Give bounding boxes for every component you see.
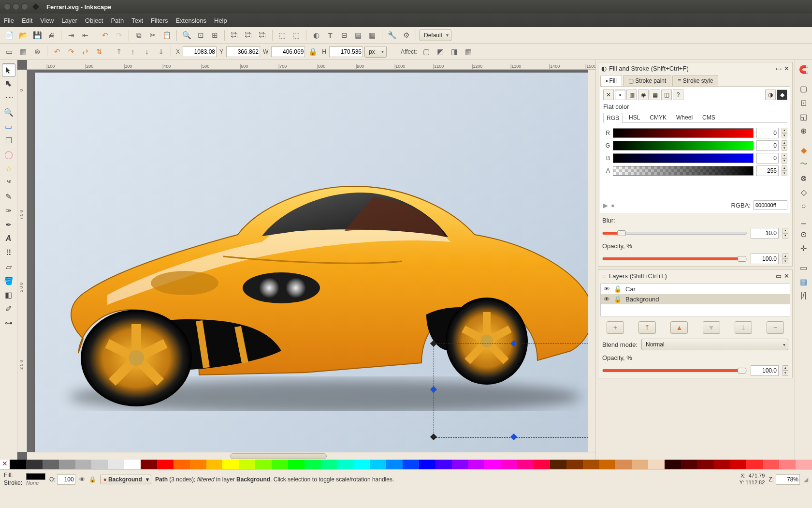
3dbox-tool[interactable]: ❒ (2, 134, 15, 147)
g-slider[interactable] (613, 141, 754, 150)
select-all-icon[interactable]: ▭ (3, 45, 15, 58)
dropper-tool[interactable]: ✐ (2, 302, 15, 315)
tab-fill[interactable]: ▪ Fill (600, 75, 622, 86)
color-palette[interactable]: ✕ (0, 460, 812, 469)
swatch[interactable] (337, 460, 354, 469)
layer-visible-icon[interactable]: 👁 (604, 285, 610, 293)
new-doc-icon[interactable]: 📄 (3, 29, 15, 42)
swatch[interactable] (190, 460, 206, 469)
snap-bbox-icon[interactable]: ▢ (797, 82, 811, 95)
swatch[interactable] (681, 460, 697, 469)
fillrule-nonzero-icon[interactable]: ◆ (777, 90, 787, 100)
scrollbar-horizontal[interactable] (27, 452, 595, 460)
rotate-ccw-icon[interactable]: ↶ (51, 45, 63, 58)
calligraphy-tool[interactable]: ✒ (2, 218, 15, 231)
cut-icon[interactable]: ✂ (146, 29, 159, 42)
paint-unknown-icon[interactable]: ? (673, 90, 683, 100)
menu-view[interactable]: View (40, 17, 54, 24)
xml-icon[interactable]: ⊟ (338, 29, 350, 42)
swatch[interactable] (501, 460, 517, 469)
snap-path-icon[interactable]: 〜 (797, 157, 811, 171)
gradient-tool[interactable]: ◧ (2, 288, 15, 301)
node-tool[interactable] (2, 77, 15, 91)
menu-extensions[interactable]: Extensions (175, 17, 206, 24)
flip-v-icon[interactable]: ⇅ (93, 45, 105, 58)
bezier-tool[interactable]: ✑ (2, 204, 15, 217)
zoom-in-icon[interactable]: 🔍 (180, 29, 193, 42)
swatch[interactable] (419, 460, 435, 469)
clone-icon[interactable]: ⿻ (242, 29, 255, 42)
snap-corner-icon[interactable]: ◱ (797, 110, 811, 123)
snap-center-icon[interactable]: ⊙ (797, 227, 811, 241)
affect-stroke-icon[interactable]: ▢ (420, 45, 433, 58)
affect-pattern-icon[interactable]: ▦ (462, 45, 475, 58)
zoom-tool[interactable]: 🔍 (2, 105, 15, 119)
snap-page-icon[interactable]: ▭ (797, 261, 811, 274)
rect-tool[interactable]: ▭ (2, 120, 15, 133)
swatch[interactable] (157, 460, 174, 469)
affect-corners-icon[interactable]: ◩ (434, 45, 447, 58)
swatch[interactable] (124, 460, 141, 469)
snap-cusp-icon[interactable]: ◇ (797, 185, 811, 199)
fillrule-evenodd-icon[interactable]: ◑ (765, 90, 776, 100)
panel-close-icon[interactable]: ✕ (784, 65, 789, 72)
paint-none-icon[interactable]: ✕ (603, 90, 614, 100)
group-icon[interactable]: ⬚ (276, 29, 289, 42)
import-icon[interactable]: ⇥ (65, 29, 77, 42)
snap-rotation-icon[interactable]: ✛ (797, 241, 811, 255)
swatch[interactable] (43, 460, 59, 469)
blur-input[interactable] (751, 228, 779, 239)
master-opacity-input[interactable] (57, 474, 75, 485)
snap-edge-icon[interactable]: ⊡ (797, 96, 811, 109)
scrollbar-vertical[interactable] (588, 70, 595, 452)
stop-icon[interactable]: ● (611, 202, 615, 209)
paint-flat-icon[interactable]: ▪ (615, 90, 625, 100)
lower-bottom-icon[interactable]: ⤓ (155, 45, 167, 58)
paint-swatch-icon[interactable]: ◫ (661, 90, 672, 100)
unlink-icon[interactable]: ⿻ (256, 29, 269, 42)
b-slider[interactable] (613, 153, 754, 163)
resize-grip-icon[interactable]: ◢ (804, 476, 808, 483)
fill-opacity-input[interactable] (751, 254, 779, 264)
swatch[interactable] (714, 460, 730, 469)
layer-down-button[interactable]: ▼ (703, 321, 720, 334)
h-input[interactable] (329, 46, 363, 57)
swatch[interactable] (517, 460, 534, 469)
fill-stroke-icon[interactable]: ◐ (310, 29, 322, 42)
paint-pattern-icon[interactable]: ▦ (650, 90, 660, 100)
delete-layer-button[interactable]: − (767, 321, 784, 334)
colortab-cmyk[interactable]: CMYK (646, 112, 670, 122)
current-layer-combo[interactable]: ●Background (100, 475, 151, 484)
zoom-input[interactable] (776, 474, 800, 485)
snap-node-icon[interactable]: ◆ (797, 143, 811, 157)
deselect-icon[interactable]: ⊗ (31, 45, 44, 58)
raise-icon[interactable]: ↑ (127, 45, 139, 58)
snap-grid-icon[interactable]: ▦ (797, 275, 811, 288)
panel-minimize-icon[interactable]: ▭ (776, 65, 782, 72)
swatch[interactable] (59, 460, 75, 469)
layer-unlock-icon[interactable]: 🔓 (614, 285, 622, 293)
snap-mid-icon[interactable]: ⊕ (797, 124, 811, 137)
print-icon[interactable]: 🖨 (45, 29, 58, 42)
units-combo[interactable]: px (364, 46, 387, 58)
w-input[interactable] (271, 46, 305, 57)
swatch[interactable] (353, 460, 370, 469)
tweak-tool[interactable]: 〰 (2, 91, 15, 105)
swatch[interactable] (534, 460, 550, 469)
colortab-rgb[interactable]: RGB (603, 113, 623, 123)
swatch[interactable] (174, 460, 190, 469)
pencil-tool[interactable]: ✎ (2, 190, 15, 203)
swatch[interactable] (665, 460, 681, 469)
paint-linear-icon[interactable]: ▥ (626, 90, 637, 100)
swatch[interactable] (304, 460, 321, 469)
snap-guide-icon[interactable]: |/| (797, 289, 811, 302)
window-close-button[interactable] (4, 3, 11, 10)
swatch[interactable] (796, 460, 812, 469)
snap-enable-icon[interactable]: 🧲 (797, 62, 811, 76)
swatch[interactable] (403, 460, 419, 469)
snap-intersect-icon[interactable]: ⊗ (797, 171, 811, 185)
tab-stroke-style[interactable]: ≡ Stroke style (672, 75, 718, 86)
a-slider[interactable] (613, 166, 754, 176)
lock-aspect-icon[interactable]: 🔒 (306, 45, 319, 58)
zoom-page-icon[interactable]: ⊞ (208, 29, 221, 42)
